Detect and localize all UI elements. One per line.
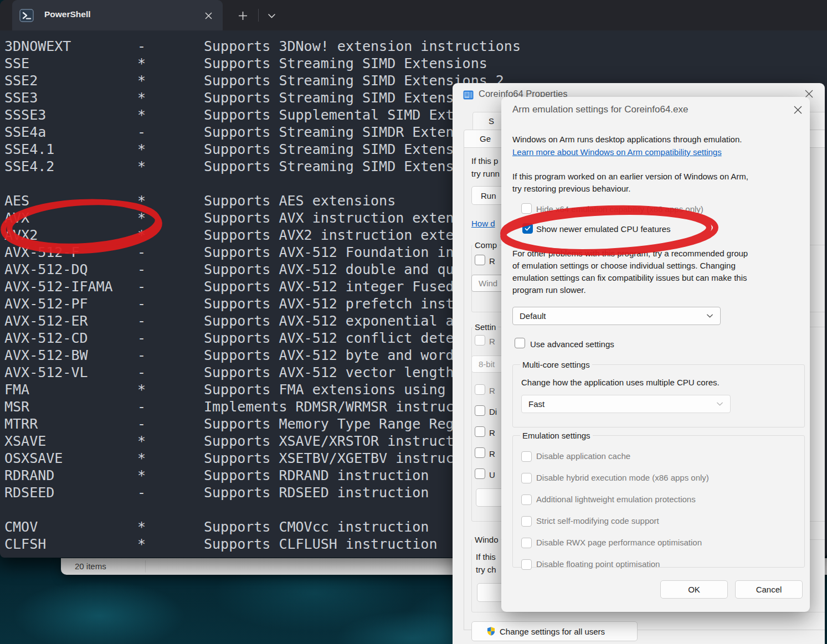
learn-more-link[interactable]: Learn more about Windows on Arm compatib…	[512, 146, 722, 158]
hide-x64-checkbox[interactable]	[521, 203, 532, 214]
arm-dialog-title: Arm emulation settings for Coreinfo64.ex…	[512, 104, 689, 115]
compatibility-mode-label: Comp	[472, 240, 499, 250]
emulation-option-row: Strict self-modifying code support	[521, 515, 709, 527]
arm-dialog-close-icon[interactable]	[793, 105, 803, 117]
other-problems-text: For other problems with this program, tr…	[512, 248, 748, 296]
resolution-checkbox-label: R	[489, 385, 495, 397]
change-settings-all-users-button[interactable]: Change settings for all users	[471, 621, 638, 641]
emulation-option-checkbox[interactable]	[521, 494, 532, 505]
resolution-checkbox[interactable]	[475, 384, 485, 395]
tab-bar-divider	[258, 9, 259, 22]
emulation-option-row: Disable application cache	[521, 450, 709, 462]
compat-intro-line-2: try runn	[471, 168, 500, 180]
chevron-down-icon	[706, 312, 713, 320]
restore-behaviour-text: If this program worked on an earlier ver…	[512, 171, 748, 195]
multicore-desc: Change how the application uses multiple…	[521, 377, 720, 389]
arm-emulation-dialog: Arm emulation settings for Coreinfo64.ex…	[501, 97, 810, 612]
check-icon	[524, 225, 531, 232]
emulation-option-label: Disable RWX page performance optimisatio…	[536, 537, 702, 549]
emulation-option-checkbox[interactable]	[521, 559, 532, 570]
ok-button[interactable]: OK	[660, 580, 728, 599]
use-advanced-settings-label: Use advanced settings	[530, 338, 614, 351]
emulation-group-label: Emulation settings	[520, 431, 593, 440]
hide-x64-label: Hide x64 emulation capability (x86 apps …	[536, 203, 703, 215]
use-advanced-settings-checkbox[interactable]	[515, 338, 525, 348]
show-newer-cpu-checkbox[interactable]	[522, 223, 533, 234]
multicore-group-label: Multi-core settings	[520, 360, 592, 369]
settings-group-label: Settin	[472, 322, 498, 332]
multicore-dropdown[interactable]: Fast	[521, 395, 731, 413]
multicore-value: Fast	[528, 399, 545, 409]
arm-intro-text: Windows on Arm runs desktop applications…	[512, 133, 742, 146]
tab-dropdown-chevron-icon[interactable]	[264, 8, 279, 23]
tab-fragment-2: Ge	[480, 133, 491, 145]
emulation-option-row: Disable hybrid execution mode (x86 apps …	[521, 472, 709, 484]
powershell-icon	[19, 8, 34, 23]
change-settings-all-users-label: Change settings for all users	[500, 627, 605, 636]
emulation-option-checkbox[interactable]	[521, 473, 532, 483]
tab-powershell[interactable]: PowerShell	[12, 0, 223, 30]
emulation-option-checkbox[interactable]	[521, 538, 532, 548]
windows-group-line-1: If this	[476, 551, 496, 563]
coreinfo-app-icon	[463, 89, 474, 103]
how-do-i-choose-link[interactable]: How d	[471, 218, 495, 230]
emulation-option-checkbox[interactable]	[521, 451, 532, 462]
explorer-item-count: 20 items	[75, 561, 106, 571]
emulation-preset-value: Default	[520, 311, 546, 321]
emulation-option-row: Additional lightweight emulation protect…	[521, 493, 709, 506]
emulation-option-row: Disable floating point optimisation	[521, 558, 709, 570]
register-restart-checkbox[interactable]	[475, 447, 485, 458]
windows-group-line-2: try ch	[476, 564, 496, 576]
emulation-option-label: Additional lightweight emulation protect…	[536, 493, 696, 506]
emulation-options-list: Disable application cache Disable hybrid…	[521, 450, 709, 570]
disable-fullscreen-checkbox[interactable]	[475, 405, 485, 416]
compat-mode-checkbox[interactable]	[475, 255, 485, 265]
compat-intro-line-1: If this p	[471, 155, 498, 167]
emulation-option-label: Disable application cache	[536, 450, 630, 462]
terminal-row: 3DNOWEXT-Supports 3DNow! extension instr…	[4, 38, 824, 55]
reduced-color-checkbox[interactable]	[475, 335, 485, 346]
cancel-button[interactable]: Cancel	[735, 580, 803, 599]
use-legacy-label: U	[489, 469, 495, 481]
tab-fragment-1: S	[489, 115, 494, 127]
terminal-row: SSE*Supports Streaming SIMD Extensions	[4, 55, 824, 72]
register-restart-label: R	[489, 448, 495, 460]
chevron-down-icon	[716, 400, 723, 408]
uac-shield-icon	[486, 626, 496, 636]
run-as-admin-label: R	[489, 427, 495, 439]
disable-fullscreen-label: Di	[489, 406, 497, 418]
tab-title: PowerShell	[44, 9, 91, 19]
use-legacy-checkbox[interactable]	[475, 468, 485, 479]
reduced-color-label: R	[489, 336, 495, 348]
emulation-preset-dropdown[interactable]: Default	[512, 307, 721, 325]
windows-group-label: Windo	[472, 535, 501, 544]
new-tab-icon[interactable]	[235, 8, 250, 23]
compat-mode-checkbox-label: R	[489, 255, 495, 267]
tab-close-icon[interactable]	[201, 8, 216, 23]
status-bar-divider	[145, 560, 146, 573]
emulation-option-label: Strict self-modifying code support	[536, 515, 659, 527]
run-as-admin-checkbox[interactable]	[475, 426, 485, 437]
show-newer-cpu-label: Show newer emulated CPU features	[536, 223, 671, 235]
terminal-tab-bar: PowerShell	[0, 0, 827, 30]
emulation-option-row: Disable RWX page performance optimisatio…	[521, 537, 709, 549]
emulation-option-checkbox[interactable]	[521, 516, 532, 527]
emulation-option-label: Disable hybrid execution mode (x86 apps …	[536, 472, 709, 484]
emulation-option-label: Disable floating point optimisation	[536, 558, 660, 570]
